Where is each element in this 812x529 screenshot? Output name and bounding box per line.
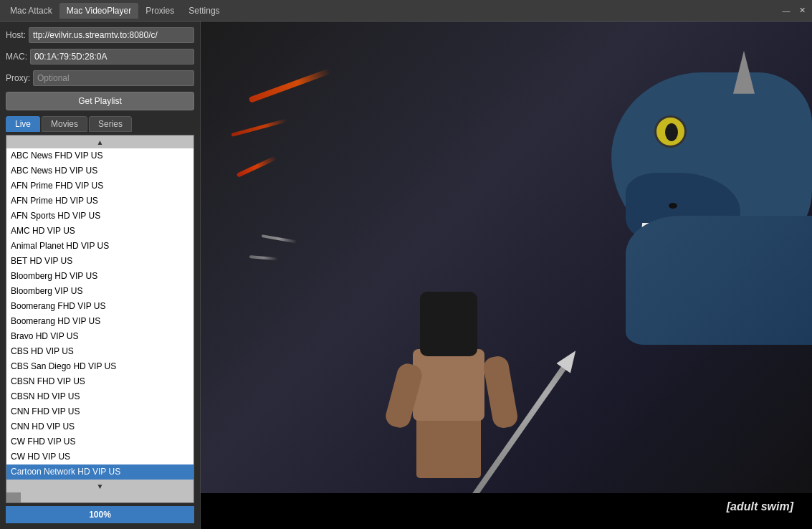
channel-item[interactable]: CW HD VIP US (6, 449, 194, 464)
video-panel: [adult swim] (201, 22, 812, 529)
proxy-row: Proxy: (6, 70, 194, 86)
proxy-input[interactable] (33, 70, 194, 86)
window-controls: — ✕ (780, 5, 808, 16)
progress-label: 100% (89, 510, 111, 520)
dragon-character (583, 72, 812, 345)
black-bar-bottom (201, 493, 812, 529)
scroll-up-button[interactable]: ▲ (6, 135, 194, 148)
mac-input[interactable] (30, 49, 194, 65)
progress-bar: 100% (6, 506, 194, 523)
mac-label: MAC: (6, 52, 27, 62)
get-playlist-button[interactable]: Get Playlist (6, 92, 194, 110)
tab-mac-attack[interactable]: Mac Attack (3, 3, 59, 19)
tab-series[interactable]: Series (89, 116, 132, 132)
content-tabs: Live Movies Series (6, 116, 194, 132)
tab-settings[interactable]: Settings (181, 3, 226, 19)
close-button[interactable]: ✕ (796, 5, 808, 16)
tab-mac-videoplayer[interactable]: Mac VideoPlayer (59, 3, 139, 19)
channel-item[interactable]: Bloomberg VIP US (6, 284, 194, 299)
channel-item[interactable]: CW FHD VIP US (6, 434, 194, 449)
tab-proxies[interactable]: Proxies (138, 3, 181, 19)
warrior-hair (420, 292, 477, 356)
warrior-character (384, 249, 513, 478)
tab-live[interactable]: Live (6, 116, 40, 132)
proxy-label: Proxy: (6, 73, 30, 83)
video-area: [adult swim] (201, 22, 812, 529)
channel-item[interactable]: ABC News FHD VIP US (6, 148, 194, 163)
progress-bar-container: 100% (6, 506, 194, 523)
dragon-eye-pupil (665, 123, 678, 141)
left-panel: Host: MAC: Proxy: Get Playlist Live Movi… (0, 22, 201, 529)
horizontal-scrollbar[interactable] (6, 492, 194, 502)
channel-item[interactable]: AFN Prime FHD VIP US (6, 178, 194, 194)
channel-item[interactable]: AMC HD VIP US (6, 224, 194, 239)
channel-item[interactable]: Bravo HD VIP US (6, 329, 194, 344)
channel-item[interactable]: CBSN HD VIP US (6, 389, 194, 404)
warrior-chest (413, 349, 484, 421)
title-bar: Mac Attack Mac VideoPlayer Proxies Setti… (0, 0, 812, 22)
channel-item[interactable]: Cartoon Network HD VIP US (6, 464, 194, 480)
channel-item[interactable]: CNN HD VIP US (6, 419, 194, 434)
dragon-nostril (669, 203, 677, 209)
warrior-body (416, 349, 481, 478)
warrior-head (424, 299, 474, 353)
channel-item[interactable]: Bloomberg HD VIP US (6, 269, 194, 284)
channel-item[interactable]: AFN Prime HD VIP US (6, 194, 194, 209)
channel-item[interactable]: AFN Sports HD VIP US (6, 209, 194, 224)
channel-list: ABC News FHD VIP USABC News HD VIP USAFN… (6, 148, 194, 480)
channel-list-container: ▲ ABC News FHD VIP USABC News HD VIP USA… (6, 135, 194, 503)
minimize-button[interactable]: — (780, 5, 792, 16)
channel-item[interactable]: BET HD VIP US (6, 254, 194, 269)
channel-item[interactable]: CBS San Diego HD VIP US (6, 359, 194, 374)
tab-movies[interactable]: Movies (42, 116, 87, 132)
channel-item[interactable]: Animal Planet HD VIP US (6, 239, 194, 254)
h-scroll-thumb (6, 492, 21, 502)
host-row: Host: (6, 27, 194, 43)
watermark: [adult swim] (722, 499, 798, 515)
channel-item[interactable]: ABC News HD VIP US (6, 163, 194, 178)
channel-item[interactable]: CBSN FHD VIP US (6, 374, 194, 389)
channel-item[interactable]: Boomerang FHD VIP US (6, 299, 194, 314)
channel-item[interactable]: CBS HD VIP US (6, 344, 194, 359)
channel-item[interactable]: CNN FHD VIP US (6, 404, 194, 419)
dragon-eye (654, 115, 687, 148)
host-label: Host: (6, 30, 26, 40)
host-input[interactable] (29, 27, 194, 43)
video-canvas (201, 22, 812, 529)
dragon-body (626, 216, 812, 345)
scroll-down-button[interactable]: ▼ (6, 480, 194, 492)
warrior-arm-left (383, 361, 424, 430)
channel-item[interactable]: Boomerang HD VIP US (6, 314, 194, 329)
main-layout: Host: MAC: Proxy: Get Playlist Live Movi… (0, 22, 812, 529)
mac-row: MAC: (6, 49, 194, 65)
